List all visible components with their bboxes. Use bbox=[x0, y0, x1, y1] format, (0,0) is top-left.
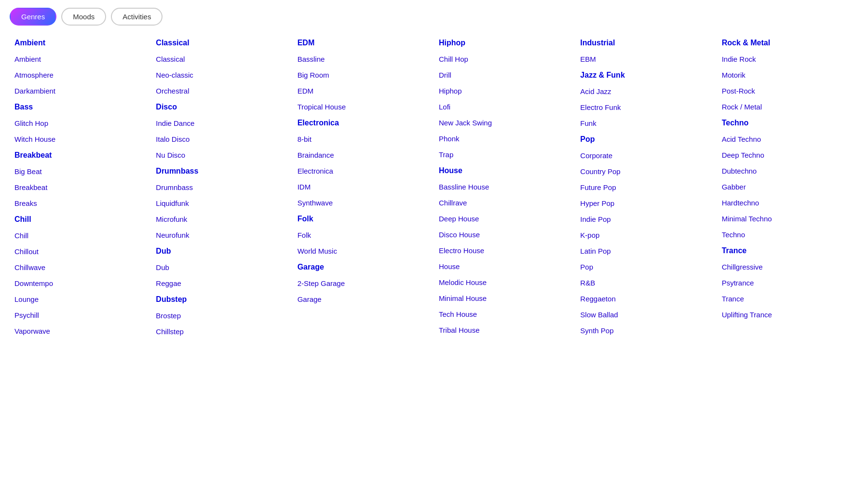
genre-item[interactable]: Neurofunk bbox=[156, 231, 287, 239]
genre-item[interactable]: Funk bbox=[580, 120, 712, 127]
genre-item[interactable]: Gabber bbox=[722, 183, 854, 190]
genre-item[interactable]: World Music bbox=[298, 247, 429, 255]
tab-moods[interactable]: Moods bbox=[61, 8, 106, 26]
genre-item[interactable]: Chill Hop bbox=[439, 55, 570, 63]
genre-item[interactable]: Trap bbox=[439, 151, 570, 158]
genre-item[interactable]: Reggaeton bbox=[580, 295, 712, 302]
genre-item[interactable]: Disco House bbox=[439, 231, 570, 238]
tab-genres[interactable]: Genres bbox=[10, 8, 56, 26]
genre-item[interactable]: Deep Techno bbox=[722, 151, 854, 159]
genre-item[interactable]: Bassline House bbox=[439, 183, 570, 190]
genre-item[interactable]: Drumnbass bbox=[156, 184, 287, 191]
genre-item[interactable]: Psytrance bbox=[722, 279, 854, 286]
genre-item[interactable]: Orchestral bbox=[156, 87, 287, 95]
genre-item[interactable]: Witch House bbox=[14, 136, 146, 143]
genre-header: Techno bbox=[722, 119, 854, 127]
genre-item[interactable]: Electronica bbox=[298, 167, 429, 175]
genre-item[interactable]: Chillrave bbox=[439, 199, 570, 206]
genre-item[interactable]: R&B bbox=[580, 279, 712, 286]
genre-item[interactable]: Future Pop bbox=[580, 184, 712, 191]
genre-item[interactable]: EBM bbox=[580, 55, 712, 63]
genre-item[interactable]: Acid Techno bbox=[722, 136, 854, 143]
genre-item[interactable]: Electro Funk bbox=[580, 104, 712, 111]
genre-item[interactable]: New Jack Swing bbox=[439, 119, 570, 126]
genre-item[interactable]: Darkambient bbox=[14, 87, 146, 95]
genre-item[interactable]: Classical bbox=[156, 55, 287, 63]
genre-item[interactable]: 2-Step Garage bbox=[298, 280, 429, 287]
genre-item[interactable]: Hyper Pop bbox=[580, 200, 712, 207]
genre-item[interactable]: Acid Jazz bbox=[580, 88, 712, 95]
genre-item[interactable]: Brostep bbox=[156, 312, 287, 319]
genre-item[interactable]: Atmosphere bbox=[14, 71, 146, 79]
genre-item[interactable]: Dub bbox=[156, 264, 287, 271]
genre-item[interactable]: EDM bbox=[298, 87, 429, 95]
genre-item[interactable]: Braindance bbox=[298, 151, 429, 159]
genre-item[interactable]: Phonk bbox=[439, 135, 570, 142]
genre-item[interactable]: Minimal House bbox=[439, 295, 570, 302]
genre-item[interactable]: Indie Rock bbox=[722, 55, 854, 63]
genre-item[interactable]: Ambient bbox=[14, 55, 146, 63]
genre-item[interactable]: Indie Dance bbox=[156, 120, 287, 127]
genre-item[interactable]: Reggae bbox=[156, 280, 287, 287]
genre-header: Pop bbox=[580, 136, 712, 143]
genre-item[interactable]: Downtempo bbox=[14, 280, 146, 287]
genre-header: Electronica bbox=[298, 119, 429, 127]
genre-item[interactable]: Deep House bbox=[439, 215, 570, 222]
genre-item[interactable]: Breakbeat bbox=[14, 184, 146, 191]
genre-item[interactable]: Minimal Techno bbox=[722, 215, 854, 222]
genre-item[interactable]: Microfunk bbox=[156, 216, 287, 223]
genre-item[interactable]: Hardtechno bbox=[722, 199, 854, 206]
genre-item[interactable]: Rock / Metal bbox=[722, 103, 854, 110]
genre-item[interactable]: Nu Disco bbox=[156, 151, 287, 159]
genre-item[interactable]: Breaks bbox=[14, 200, 146, 207]
genre-item[interactable]: Chillgressive bbox=[722, 263, 854, 271]
genre-item[interactable]: Italo Disco bbox=[156, 136, 287, 143]
genre-item[interactable]: Tech House bbox=[439, 311, 570, 318]
genre-item[interactable]: Pop bbox=[580, 263, 712, 271]
genre-item[interactable]: Latin Pop bbox=[580, 247, 712, 255]
genre-header: Trance bbox=[722, 247, 854, 255]
genre-item[interactable]: Melodic House bbox=[439, 279, 570, 286]
genre-item[interactable]: Dubtechno bbox=[722, 167, 854, 175]
genre-item[interactable]: Vaporwave bbox=[14, 327, 146, 335]
genre-item[interactable]: Uplifting Trance bbox=[722, 311, 854, 318]
genre-item[interactable]: Chill bbox=[14, 232, 146, 239]
genre-item[interactable]: Tribal House bbox=[439, 326, 570, 334]
genre-item[interactable]: Chillout bbox=[14, 248, 146, 255]
genre-item[interactable]: K-pop bbox=[580, 231, 712, 239]
genre-item[interactable]: Garage bbox=[298, 296, 429, 303]
genre-item[interactable]: House bbox=[439, 263, 570, 270]
genre-item[interactable]: Indie Pop bbox=[580, 216, 712, 223]
genre-item[interactable]: Country Pop bbox=[580, 168, 712, 175]
genre-item[interactable]: IDM bbox=[298, 183, 429, 190]
genre-item[interactable]: Chillwave bbox=[14, 264, 146, 271]
genre-item[interactable]: Slow Ballad bbox=[580, 311, 712, 318]
genre-item[interactable]: Corporate bbox=[580, 152, 712, 159]
genre-item[interactable]: Liquidfunk bbox=[156, 200, 287, 207]
tab-activities[interactable]: Activities bbox=[111, 8, 163, 26]
genre-item[interactable]: Synth Pop bbox=[580, 327, 712, 334]
genre-item[interactable]: Glitch Hop bbox=[14, 120, 146, 127]
genre-item[interactable]: Motorik bbox=[722, 71, 854, 79]
genre-item[interactable]: Big Room bbox=[298, 71, 429, 79]
genre-item[interactable]: Neo-classic bbox=[156, 71, 287, 79]
genre-item[interactable]: Trance bbox=[722, 295, 854, 302]
genre-item[interactable]: 8-bit bbox=[298, 136, 429, 143]
genre-item[interactable]: Post-Rock bbox=[722, 87, 854, 95]
genre-column-classical: ClassicalClassicalNeo-classicOrchestralD… bbox=[151, 39, 292, 344]
genre-item[interactable]: Techno bbox=[722, 231, 854, 238]
genre-item[interactable]: Bassline bbox=[298, 55, 429, 63]
genre-item[interactable]: Hiphop bbox=[439, 87, 570, 95]
genre-item[interactable]: Folk bbox=[298, 231, 429, 239]
genre-item[interactable]: Electro House bbox=[439, 247, 570, 254]
genre-item[interactable]: Synthwave bbox=[298, 199, 429, 206]
genre-item[interactable]: Tropical House bbox=[298, 103, 429, 110]
genre-header: EDM bbox=[298, 39, 429, 47]
genre-item[interactable]: Drill bbox=[439, 71, 570, 79]
genre-item[interactable]: Lofi bbox=[439, 103, 570, 110]
genre-header: Rock & Metal bbox=[722, 39, 854, 47]
genre-item[interactable]: Big Beat bbox=[14, 168, 146, 175]
genre-item[interactable]: Psychill bbox=[14, 312, 146, 319]
genre-item[interactable]: Chillstep bbox=[156, 328, 287, 335]
genre-item[interactable]: Lounge bbox=[14, 296, 146, 303]
